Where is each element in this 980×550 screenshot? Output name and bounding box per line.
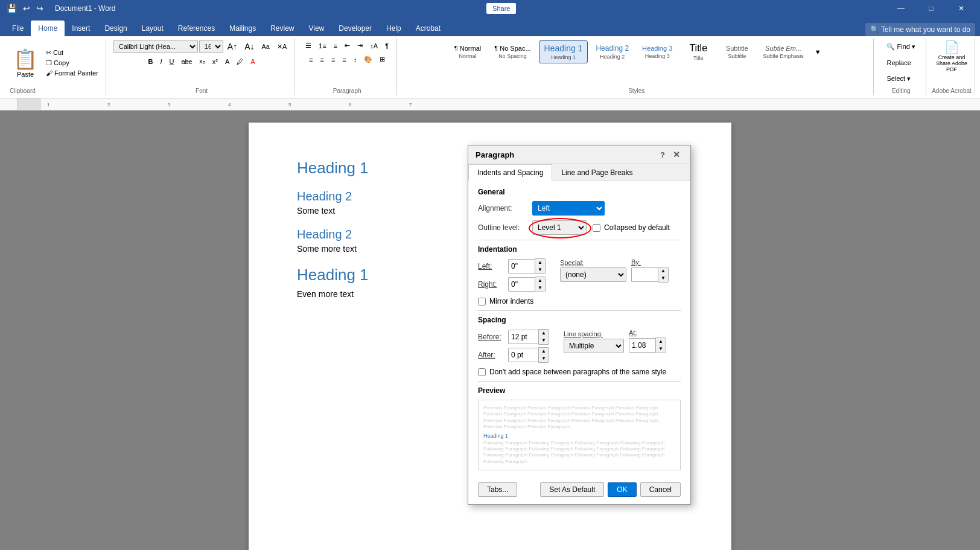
underline-button[interactable]: U [167, 56, 177, 67]
style-no-spacing[interactable]: ¶ No Spac... No Spacing [489, 42, 536, 62]
by-down[interactable]: ▼ [658, 275, 668, 282]
collapsed-checkbox[interactable] [593, 224, 600, 232]
line-spacing-button[interactable]: ↕ [351, 54, 360, 65]
indent-right-down[interactable]: ▼ [535, 284, 545, 292]
tab-developer[interactable]: Developer [331, 21, 379, 36]
tab-design[interactable]: Design [97, 21, 134, 36]
style-title[interactable]: Title Title [680, 40, 716, 64]
outline-level-select[interactable]: Level 1 Level 2 Level 3 Body Text [532, 220, 587, 235]
tab-file[interactable]: File [5, 21, 31, 36]
font-size-select[interactable]: 16 [199, 40, 223, 53]
style-heading2[interactable]: Heading 2 Heading 2 [590, 41, 634, 63]
highlight-color-button[interactable]: 🖊 [234, 56, 246, 67]
tab-indents-spacing[interactable]: Indents and Spacing [468, 164, 552, 181]
cancel-button[interactable]: Cancel [640, 482, 681, 497]
alignment-select[interactable]: Left Center Right Justified [532, 201, 605, 216]
special-select[interactable]: (none) First line Hanging [560, 267, 626, 282]
undo-qa-btn[interactable]: ↩ [21, 4, 32, 13]
change-case-button[interactable]: Aa [259, 41, 273, 52]
indent-left-up[interactable]: ▲ [535, 259, 545, 266]
line-spacing-select[interactable]: Single 1.5 lines Multiple Double At leas… [564, 339, 624, 353]
maximize-button[interactable]: □ [917, 0, 945, 17]
tab-acrobat[interactable]: Acrobat [409, 21, 448, 36]
style-subtle-em[interactable]: Subtle Em... Subtle Emphasis [757, 42, 809, 62]
style-normal[interactable]: ¶ Normal Normal [449, 42, 486, 62]
shrink-font-button[interactable]: A↓ [241, 40, 257, 53]
tab-insert[interactable]: Insert [65, 21, 97, 36]
set-as-default-button[interactable]: Set As Default [540, 482, 604, 497]
bold-button[interactable]: B [145, 56, 156, 67]
styles-scroll-down[interactable]: ▼ [812, 46, 824, 57]
tab-line-page-breaks[interactable]: Line and Page Breaks [552, 164, 641, 181]
select-button[interactable]: Select ▾ [881, 72, 916, 86]
before-down[interactable]: ▼ [539, 337, 549, 344]
by-up[interactable]: ▲ [658, 267, 668, 275]
save-qa-btn[interactable]: 💾 [5, 4, 19, 13]
strikethrough-button[interactable]: abc [178, 56, 195, 67]
paste-button[interactable]: 📋 Paste [10, 45, 41, 89]
indent-left-input[interactable] [508, 259, 535, 273]
share-button[interactable]: Share [486, 3, 516, 14]
text-color-button[interactable]: A [222, 56, 232, 67]
after-input[interactable] [508, 348, 538, 362]
cut-button[interactable]: ✂ Cut [43, 48, 101, 57]
dialog-help-button[interactable]: ? [660, 150, 665, 159]
at-up[interactable]: ▲ [656, 338, 666, 345]
shading-button[interactable]: 🎨 [361, 54, 375, 65]
dialog-close-button[interactable]: ✕ [670, 149, 683, 160]
justify-button[interactable]: ≡ [339, 54, 349, 65]
before-input[interactable] [508, 330, 538, 344]
grow-font-button[interactable]: A↑ [224, 40, 240, 53]
tab-references[interactable]: References [171, 21, 222, 36]
tab-mailings[interactable]: Mailings [222, 21, 263, 36]
mirror-indents-checkbox[interactable] [478, 298, 486, 305]
increase-indent-button[interactable]: ⇥ [354, 40, 366, 51]
borders-button[interactable]: ⊞ [377, 54, 388, 65]
after-down[interactable]: ▼ [539, 355, 549, 362]
multilevel-list-button[interactable]: ≡ [331, 40, 340, 51]
create-share-pdf-button[interactable]: 📄 Create and Share Adobe PDF [934, 40, 970, 72]
align-left-button[interactable]: ≡ [306, 54, 316, 65]
redo-qa-btn[interactable]: ↪ [34, 4, 45, 13]
indent-right-spinner-btns: ▲ ▼ [535, 277, 546, 292]
find-button[interactable]: 🔍 Find ▾ [881, 40, 921, 54]
copy-button[interactable]: ❐ Copy [43, 59, 101, 68]
before-up[interactable]: ▲ [539, 330, 549, 337]
decrease-indent-button[interactable]: ⇤ [342, 40, 353, 51]
bullets-button[interactable]: ☰ [302, 40, 314, 51]
show-formatting-button[interactable]: ¶ [382, 40, 392, 51]
align-center-button[interactable]: ≡ [317, 54, 327, 65]
tab-help[interactable]: Help [379, 21, 409, 36]
indent-right-up[interactable]: ▲ [535, 277, 545, 284]
indent-left-down[interactable]: ▼ [535, 266, 545, 273]
font-name-select[interactable]: Calibri Light (Hea... [113, 40, 198, 53]
tell-me-input[interactable]: 🔍 Tell me what you want to do [865, 23, 975, 36]
style-heading1[interactable]: Heading 1 Heading 1 [539, 40, 588, 63]
font-color-button[interactable]: A [247, 56, 258, 67]
sort-button[interactable]: ↕A [367, 40, 381, 51]
tab-home[interactable]: Home [31, 21, 65, 36]
style-subtitle[interactable]: Subtitle Subtitle [719, 42, 755, 62]
numbering-button[interactable]: 1≡ [316, 40, 329, 51]
italic-button[interactable]: I [157, 56, 165, 67]
replace-button[interactable]: Replace [881, 56, 916, 69]
at-input[interactable] [629, 338, 655, 353]
dont-add-space-checkbox[interactable] [478, 368, 486, 376]
tab-view[interactable]: View [302, 21, 332, 36]
tab-layout[interactable]: Layout [135, 21, 171, 36]
ok-button[interactable]: OK [608, 482, 636, 497]
indent-right-input[interactable] [508, 277, 535, 292]
at-down[interactable]: ▼ [656, 345, 666, 353]
style-heading3[interactable]: Heading 3 Heading 3 [637, 42, 678, 62]
align-right-button[interactable]: ≡ [328, 54, 338, 65]
format-painter-button[interactable]: 🖌 Format Painter [43, 69, 101, 77]
subscript-button[interactable]: x₂ [196, 56, 208, 67]
by-input[interactable] [631, 267, 658, 282]
tab-review[interactable]: Review [263, 21, 301, 36]
close-button[interactable]: ✕ [947, 0, 975, 17]
superscript-button[interactable]: x² [209, 56, 221, 67]
minimize-button[interactable]: — [887, 0, 915, 17]
tabs-button[interactable]: Tabs... [478, 482, 517, 497]
after-up[interactable]: ▲ [539, 348, 549, 355]
clear-format-button[interactable]: ✕A [274, 41, 290, 53]
